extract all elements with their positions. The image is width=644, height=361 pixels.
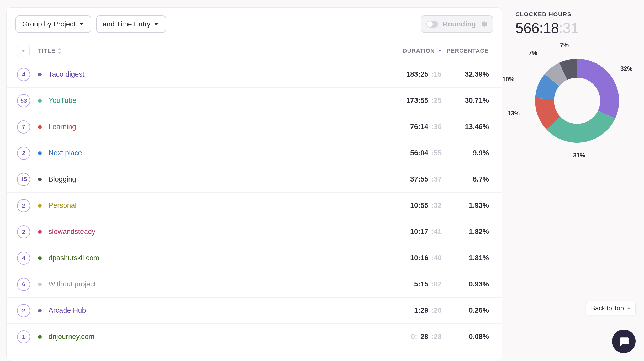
row-count-badge[interactable]: 7 [17, 120, 30, 134]
row-percentage: 1.81% [444, 254, 502, 262]
row-duration: 1:29:20 [379, 306, 444, 315]
row-percentage: 13.46% [444, 123, 502, 131]
table-row[interactable]: 4Taco digest183:25:1532.39% [7, 61, 502, 88]
chat-icon [618, 336, 630, 347]
table-row[interactable]: 6Without project5:15:020.93% [7, 271, 502, 298]
secondary-group-label: and Time Entry [103, 20, 151, 28]
donut-chart: 32%31%13%10%7%7% [515, 42, 631, 168]
project-title: Personal [49, 201, 77, 210]
donut-svg [534, 57, 620, 144]
project-title: Next place [49, 149, 82, 157]
clocked-hours-label: CLOCKED HOURS [515, 11, 636, 18]
row-percentage: 1.82% [444, 228, 502, 236]
row-duration: 10:16:40 [379, 254, 444, 262]
row-percentage: 6.7% [444, 175, 502, 183]
table-row[interactable]: 2slowandsteady10:17:411.82% [7, 219, 502, 245]
project-title: slowandsteady [49, 228, 96, 236]
row-count-badge[interactable]: 15 [17, 173, 30, 186]
project-title: dpashutskii.com [49, 254, 99, 262]
row-percentage: 0.93% [444, 280, 502, 288]
row-duration: 10:55:32 [379, 201, 444, 210]
sort-icon [58, 48, 62, 54]
project-color-dot [38, 151, 42, 155]
toggle-icon [426, 21, 438, 28]
project-title: Learning [49, 123, 76, 131]
table-row[interactable]: 1dnjourney.com0:28:280.08% [7, 324, 502, 350]
row-count-badge[interactable]: 53 [17, 94, 30, 107]
gear-icon [481, 21, 487, 28]
table-row[interactable]: 2Arcade Hub1:29:200.26% [7, 298, 502, 324]
row-percentage: 0.08% [444, 333, 502, 341]
project-title: Arcade Hub [49, 306, 86, 315]
expand-all-toggle[interactable] [17, 45, 30, 57]
donut-slice-label: 32% [620, 65, 632, 72]
table-header: TITLE DURATION PERCENTAGE [7, 40, 502, 61]
row-count-badge[interactable]: 1 [17, 330, 30, 343]
row-percentage: 0.26% [444, 306, 502, 315]
project-color-dot [38, 204, 42, 208]
row-count-badge[interactable]: 2 [17, 225, 30, 238]
rounding-label: Rounding [443, 20, 476, 28]
row-count-badge[interactable]: 4 [17, 68, 30, 81]
toolbar: Group by Project and Time Entry Rounding [7, 8, 502, 40]
row-percentage: 9.9% [444, 149, 502, 157]
rounding-toggle-button[interactable]: Rounding [421, 15, 493, 33]
back-to-top-button[interactable]: Back to Top [586, 301, 636, 315]
row-duration: 0:28:28 [379, 333, 444, 341]
chevron-down-icon [79, 23, 83, 25]
column-duration-header[interactable]: DURATION [379, 47, 444, 54]
donut-slice-label: 31% [573, 152, 585, 159]
row-count-badge[interactable]: 4 [17, 252, 30, 265]
project-color-dot [38, 309, 42, 312]
project-color-dot [38, 178, 42, 181]
project-title: YouTube [49, 97, 76, 105]
table-row[interactable]: 15Blogging37:55:376.7% [7, 166, 502, 193]
table-row[interactable]: 2Next place56:04:559.9% [7, 140, 502, 166]
column-percentage-header[interactable]: PERCENTAGE [444, 47, 502, 54]
project-color-dot [38, 73, 42, 76]
row-count-badge[interactable]: 2 [17, 199, 30, 212]
row-duration: 76:14:36 [379, 123, 444, 131]
row-percentage: 32.39% [444, 70, 502, 78]
project-color-dot [38, 230, 42, 234]
project-color-dot [38, 256, 42, 260]
table-body: 4Taco digest183:25:1532.39%53YouTube173:… [7, 61, 502, 350]
chevron-up-icon [627, 307, 631, 309]
row-duration: 37:55:37 [379, 175, 444, 183]
project-title: Without project [49, 280, 96, 288]
row-duration: 56:04:55 [379, 149, 444, 157]
table-row[interactable]: 2Personal10:55:321.93% [7, 193, 502, 219]
row-count-badge[interactable]: 6 [17, 278, 30, 291]
row-percentage: 1.93% [444, 201, 502, 210]
row-duration: 5:15:02 [379, 280, 444, 288]
project-color-dot [38, 99, 42, 103]
donut-slice-label: 7% [529, 50, 537, 57]
secondary-group-dropdown[interactable]: and Time Entry [96, 15, 166, 33]
table-row[interactable]: 53YouTube173:55:2530.71% [7, 88, 502, 114]
table-row[interactable]: 4dpashutskii.com10:16:401.81% [7, 245, 502, 271]
project-color-dot [38, 283, 42, 286]
row-percentage: 30.71% [444, 97, 502, 105]
group-by-dropdown[interactable]: Group by Project [15, 15, 91, 33]
donut-slice-label: 10% [502, 76, 514, 83]
column-title-header[interactable]: TITLE [38, 47, 379, 54]
chevron-down-icon [154, 23, 158, 25]
row-count-badge[interactable]: 2 [17, 147, 30, 160]
chat-fab[interactable] [612, 330, 636, 353]
project-color-dot [38, 125, 42, 129]
group-by-label: Group by Project [22, 20, 76, 28]
row-duration: 173:55:25 [379, 97, 444, 105]
row-duration: 10:17:41 [379, 228, 444, 236]
clocked-hours-value: 566:18:31 [515, 19, 636, 36]
donut-slice-label: 13% [508, 110, 520, 117]
table-row[interactable]: 7Learning76:14:3613.46% [7, 114, 502, 140]
sort-desc-icon [438, 50, 442, 52]
project-color-dot [38, 335, 42, 339]
project-title: Blogging [49, 175, 76, 183]
project-title: Taco digest [49, 70, 85, 78]
row-count-badge[interactable]: 2 [17, 304, 30, 317]
donut-slice[interactable] [577, 59, 619, 119]
project-title: dnjourney.com [49, 333, 94, 341]
row-duration: 183:25:15 [379, 70, 444, 78]
report-card: Group by Project and Time Entry Rounding [6, 7, 502, 361]
